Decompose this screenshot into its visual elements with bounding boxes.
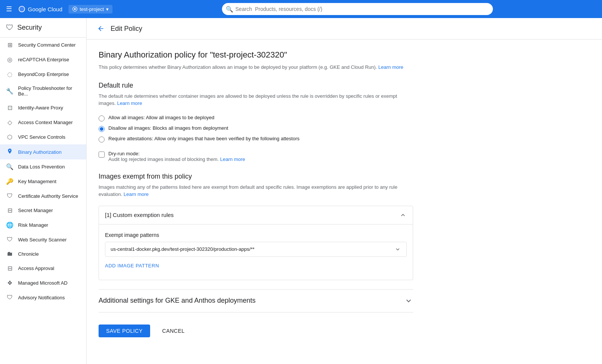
google-cloud-logo: Google Cloud [18,5,62,13]
sidebar-item-certificate-authority[interactable]: 🛡 Certificate Authority Service [0,189,86,203]
web-security-scanner-icon: 🛡 [6,236,14,243]
sidebar-item-label: Chronicle [18,251,39,257]
sidebar-item-label: reCAPTCHA Enterprise [18,57,69,62]
policy-learn-more-link[interactable]: Learn more [379,64,403,70]
svg-point-1 [74,8,76,10]
collapse-chevron-up-icon [399,211,407,219]
back-button[interactable] [96,23,106,34]
sidebar-item-label: Advisory Notifications [18,295,65,300]
sidebar-item-vpc-service-controls[interactable]: ⬡ VPC Service Controls [0,130,86,144]
sidebar-item-label: Identity-Aware Proxy [18,105,63,111]
sidebar-item-advisory-notifications[interactable]: 🛡 Advisory Notifications [0,290,86,305]
advisory-notifications-icon: 🛡 [6,294,14,301]
sidebar-item-identity-aware-proxy[interactable]: ⊡ Identity-Aware Proxy [0,100,86,115]
sidebar-item-chronicle[interactable]: 🖿 Chronicle [0,247,86,261]
sidebar-item-recaptcha-enterprise[interactable]: ◎ reCAPTCHA Enterprise [0,52,86,67]
data-loss-prevention-icon: 🔍 [6,163,14,170]
sidebar-item-label: Key Management [18,179,56,184]
binary-authorization-icon [6,148,14,156]
main-content: Edit Policy Binary Authorization policy … [87,18,602,364]
policy-title: Binary Authorization policy for "test-pr… [99,50,413,60]
images-exempt-description: Images matching any of the patterns list… [99,184,413,198]
sidebar-item-label: Managed Microsoft AD [18,280,68,286]
disallow-all-rest-label: : Blocks all images from deployment [150,125,228,131]
sidebar-item-policy-troubleshooter[interactable]: 🔧 Policy Troubleshooter for Be... [0,82,86,100]
default-rule-description: The default rule determines whether cont… [99,93,413,107]
bottom-actions: SAVE POLICY CANCEL [99,325,413,337]
sidebar-item-label: Data Loss Prevention [18,164,65,170]
sidebar-item-key-management[interactable]: 🔑 Key Management [0,174,86,189]
allow-all-images-radio[interactable] [99,115,105,121]
additional-settings-chevron-down-icon [404,296,413,305]
dry-run-learn-more-link[interactable]: Learn more [220,156,245,162]
sidebar-item-label: Secret Manager [18,208,53,213]
custom-exemption-section: [1] Custom exemption rules Exempt image … [99,206,413,280]
logo-text: Google Cloud [28,6,62,12]
search-icon: 🔍 [226,6,233,13]
allow-all-bold-label: Allow all images [108,115,143,120]
certificate-authority-icon: 🛡 [6,193,14,199]
custom-exemption-label: [1] Custom exemption rules [105,212,174,218]
add-image-pattern-button[interactable]: ADD IMAGE PATTERN [105,259,159,272]
disallow-all-images-radio[interactable] [99,126,105,132]
search-input[interactable] [222,3,493,15]
sidebar-item-binary-authorization[interactable]: Binary Authorization [0,144,86,159]
default-rule-learn-more-link[interactable]: Learn more [117,100,142,106]
require-attestations-radio[interactable] [99,136,105,143]
page-title: Edit Policy [111,25,142,33]
save-policy-button[interactable]: SAVE POLICY [99,325,150,337]
sidebar-item-data-loss-prevention[interactable]: 🔍 Data Loss Prevention [0,159,86,174]
risk-manager-icon: 🌐 [6,221,14,229]
dry-run-mode-option[interactable]: Dry-run mode: Audit log rejected images … [99,151,413,162]
default-rule-radio-group: Allow all images: Allow all images to be… [99,115,413,143]
sidebar-item-label: VPC Service Controls [18,134,65,140]
hamburger-menu-icon[interactable]: ☰ [6,5,12,13]
dry-run-mode-checkbox[interactable] [99,152,105,158]
search-bar-container: 🔍 [222,3,493,15]
sidebar-item-beyondcorp[interactable]: ◌ BeyondCorp Enterprise [0,67,86,82]
sidebar-item-label: Security Command Center [18,42,76,48]
cancel-button[interactable]: CANCEL [156,325,191,337]
sidebar-item-security-command-center[interactable]: ⊞ Security Command Center [0,38,86,52]
require-attestations-rest-label: : Allow only images that have been verif… [152,136,299,141]
access-approval-icon: ⊟ [6,265,14,272]
top-navigation: ☰ Google Cloud test-project ▾ 🔍 [0,0,602,18]
allow-all-rest-label: : Allow all images to be deployed [143,115,214,120]
require-attestations-option[interactable]: Require attestations: Allow only images … [99,136,413,143]
recaptcha-icon: ◎ [6,56,14,63]
exempt-image-patterns-label: Exempt image patterns [105,232,407,238]
policy-troubleshooter-icon: 🔧 [6,88,14,95]
dry-run-description: Audit log rejected images instead of blo… [108,156,245,162]
additional-settings-section[interactable]: Additional settings for GKE and Anthos d… [99,289,413,312]
sidebar-item-label: Access Context Manager [18,120,73,125]
managed-microsoft-ad-icon: ❖ [6,279,14,287]
main-layout: 🛡 Security ⊞ Security Command Center ◎ r… [0,18,602,364]
additional-settings-title: Additional settings for GKE and Anthos d… [99,297,255,305]
sidebar-item-web-security-scanner[interactable]: 🛡 Web Security Scanner [0,232,86,247]
images-exempt-learn-more-link[interactable]: Learn more [124,191,149,197]
disallow-all-images-option[interactable]: Disallow all images: Blocks all images f… [99,125,413,132]
custom-exemption-header[interactable]: [1] Custom exemption rules [99,206,413,224]
allow-all-images-option[interactable]: Allow all images: Allow all images to be… [99,115,413,121]
image-pattern-row[interactable]: us-central1-docker.pkg.dev/test-project-… [105,242,407,257]
sidebar-item-risk-manager[interactable]: 🌐 Risk Manager [0,218,86,232]
access-context-manager-icon: ◇ [6,119,14,126]
sidebar-item-access-approval[interactable]: ⊟ Access Approval [0,261,86,276]
sidebar-item-secret-manager[interactable]: ⊟ Secret Manager [0,203,86,218]
sidebar: 🛡 Security ⊞ Security Command Center ◎ r… [0,18,87,364]
dry-run-bold-label: Dry-run mode: [108,151,140,156]
project-selector[interactable]: test-project ▾ [68,5,112,14]
require-attestations-bold-label: Require attestations [108,136,152,141]
sidebar-header: 🛡 Security [0,18,86,38]
content-area: Binary Authorization policy for "test-pr… [87,39,425,355]
chronicle-icon: 🖿 [6,250,14,257]
sidebar-item-managed-microsoft-ad[interactable]: ❖ Managed Microsoft AD [0,276,86,290]
vpc-service-controls-icon: ⬡ [6,133,14,141]
identity-aware-proxy-icon: ⊡ [6,104,14,111]
sidebar-item-label: Policy Troubleshooter for Be... [18,85,80,97]
sidebar-item-label: Risk Manager [18,222,48,228]
sidebar-item-access-context-manager[interactable]: ◇ Access Context Manager [0,115,86,130]
sidebar-item-label: Web Security Scanner [18,237,67,243]
images-exempt-title: Images exempt from this policy [99,173,413,180]
default-rule-title: Default rule [99,82,413,89]
